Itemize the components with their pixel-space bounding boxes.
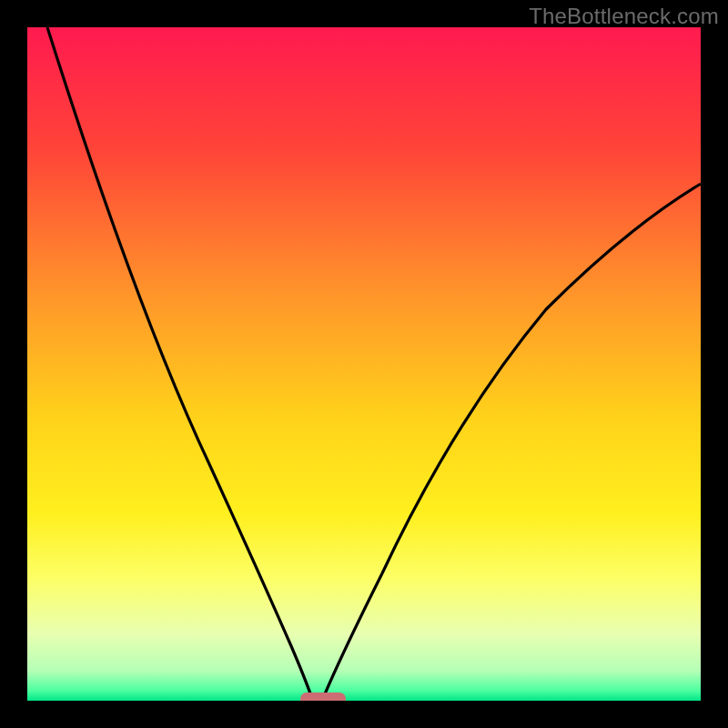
plot-area — [27, 27, 701, 701]
optimum-marker — [300, 693, 346, 701]
watermark-text: TheBottleneck.com — [529, 4, 719, 29]
outer-frame: TheBottleneck.com — [0, 0, 728, 728]
curve-left-branch — [47, 27, 311, 696]
bottleneck-curve — [27, 27, 701, 701]
curve-right-branch — [324, 184, 701, 696]
